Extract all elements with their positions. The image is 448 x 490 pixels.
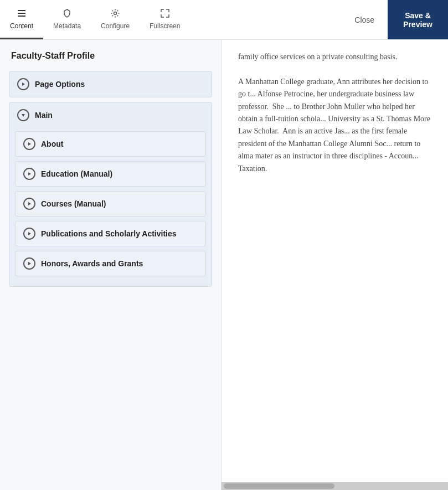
- main-sub-items: About Education (Manual): [9, 128, 212, 286]
- education-label: Education (Manual): [41, 169, 112, 178]
- horizontal-scrollbar[interactable]: [222, 482, 448, 490]
- preview-paragraph-1: family office services on a private cons…: [238, 51, 431, 63]
- tab-fullscreen[interactable]: Fullscreen: [140, 0, 190, 39]
- tab-configure[interactable]: Configure: [91, 0, 140, 39]
- sub-accordion-education[interactable]: Education (Manual): [15, 161, 206, 187]
- svg-rect-2: [18, 16, 25, 17]
- close-button[interactable]: Close: [341, 0, 388, 39]
- publications-expand-icon: [23, 228, 35, 240]
- about-expand-icon: [23, 138, 35, 150]
- main-label: Main: [35, 111, 53, 120]
- svg-point-3: [114, 12, 117, 14]
- preview-paragraph-2: A Manhattan College graduate, Ann attrib…: [238, 76, 431, 175]
- sub-accordion-publications[interactable]: Publications and Scholarly Activities: [15, 221, 206, 246]
- tab-metadata[interactable]: Metadata: [43, 0, 91, 39]
- honors-label: Honors, Awards and Grants: [41, 259, 143, 268]
- honors-expand-icon: [23, 257, 35, 270]
- save-preview-label: Save &Preview: [403, 11, 432, 29]
- svg-rect-0: [18, 10, 25, 11]
- svg-marker-9: [28, 232, 31, 235]
- preview-content: family office services on a private cons…: [222, 40, 448, 490]
- tab-content-label: Content: [10, 22, 33, 30]
- svg-marker-4: [22, 82, 25, 86]
- page-options-label: Page Options: [35, 80, 85, 89]
- sub-accordion-honors[interactable]: Honors, Awards and Grants: [15, 251, 206, 276]
- courses-label: Courses (Manual): [41, 199, 106, 208]
- svg-marker-7: [28, 172, 31, 176]
- about-label: About: [41, 140, 63, 148]
- tab-content[interactable]: Content: [0, 0, 43, 39]
- sub-accordion-education-header[interactable]: Education (Manual): [16, 162, 205, 186]
- accordion-page-options[interactable]: Page Options: [9, 71, 212, 97]
- svg-marker-8: [28, 202, 31, 205]
- sub-accordion-publications-header[interactable]: Publications and Scholarly Activities: [16, 221, 205, 246]
- left-panel: Faculty-Staff Profile Page Options: [0, 40, 222, 490]
- panel-title: Faculty-Staff Profile: [9, 51, 212, 61]
- save-preview-button[interactable]: Save &Preview: [388, 0, 448, 39]
- tab-configure-label: Configure: [101, 22, 130, 30]
- metadata-icon: [62, 8, 72, 20]
- accordion-page-options-header[interactable]: Page Options: [9, 71, 212, 97]
- svg-marker-5: [22, 114, 25, 117]
- sub-accordion-honors-header[interactable]: Honors, Awards and Grants: [16, 251, 205, 276]
- page-options-expand-icon: [17, 78, 29, 90]
- sub-accordion-about-header[interactable]: About: [16, 132, 205, 156]
- accordion-main[interactable]: Main About: [9, 102, 212, 287]
- fullscreen-icon: [160, 8, 170, 20]
- scrollbar-thumb[interactable]: [224, 483, 334, 489]
- education-expand-icon: [23, 168, 35, 180]
- toolbar-spacer: [190, 0, 341, 39]
- tab-fullscreen-label: Fullscreen: [150, 22, 180, 30]
- accordion-main-header[interactable]: Main: [9, 102, 212, 128]
- publications-label: Publications and Scholarly Activities: [41, 229, 177, 238]
- sub-accordion-courses[interactable]: Courses (Manual): [15, 191, 206, 216]
- svg-marker-10: [28, 262, 31, 265]
- sub-accordion-courses-header[interactable]: Courses (Manual): [16, 192, 205, 216]
- main-layout: Faculty-Staff Profile Page Options: [0, 40, 448, 490]
- svg-marker-6: [28, 142, 31, 146]
- courses-expand-icon: [23, 198, 35, 210]
- right-panel: family office services on a private cons…: [222, 40, 448, 490]
- content-icon: [17, 8, 27, 20]
- main-expand-icon: [17, 109, 29, 121]
- configure-icon: [110, 8, 120, 20]
- sub-accordion-about[interactable]: About: [15, 131, 206, 157]
- svg-rect-1: [18, 13, 25, 14]
- toolbar: Content Metadata Configure Fullscre: [0, 0, 448, 40]
- tab-metadata-label: Metadata: [53, 22, 81, 30]
